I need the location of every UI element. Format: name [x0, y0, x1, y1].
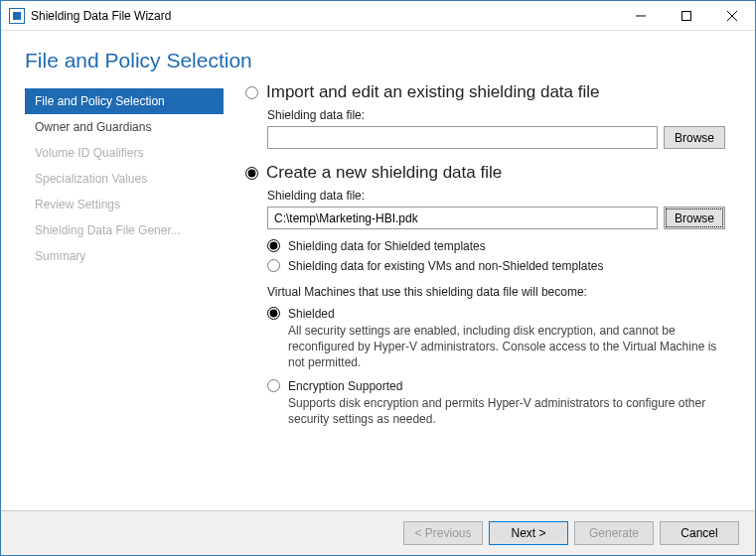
import-field-label: Shielding data file: — [267, 108, 725, 122]
template-existing-label: Shielding data for existing VMs and non-… — [288, 259, 725, 273]
sidebar-item-generation: Shielding Data File Gener... — [25, 217, 224, 243]
create-radio[interactable] — [245, 167, 258, 180]
import-radio[interactable] — [245, 86, 258, 99]
maximize-icon — [681, 11, 691, 21]
create-file-input[interactable] — [267, 207, 658, 229]
sidebar-item-label: Volume ID Qualifiers — [35, 146, 143, 160]
close-button[interactable] — [709, 1, 755, 31]
sidebar-item-volume-id: Volume ID Qualifiers — [25, 140, 224, 166]
maximize-button[interactable] — [664, 1, 709, 31]
sidebar-item-owner-guardians[interactable]: Owner and Guardians — [25, 114, 224, 140]
body: File and Policy Selection Owner and Guar… — [1, 82, 755, 510]
sidebar-item-label: Summary — [35, 249, 85, 263]
import-browse-button[interactable]: Browse — [664, 126, 725, 149]
sidebar-item-label: Review Settings — [35, 198, 120, 211]
cancel-button[interactable]: Cancel — [660, 521, 739, 545]
sidebar-item-label: File and Policy Selection — [35, 94, 165, 108]
vm-encryption-label: Encryption Supported — [288, 379, 725, 393]
import-section: Import and edit an existing shielding da… — [245, 82, 725, 149]
template-existing-radio[interactable] — [267, 259, 280, 272]
vm-shielded-radio[interactable] — [267, 307, 280, 320]
sidebar-item-label: Shielding Data File Gener... — [35, 223, 181, 237]
generate-button[interactable]: Generate — [574, 521, 654, 545]
vm-encryption-desc: Supports disk encryption and permits Hyp… — [288, 395, 725, 427]
wizard-footer: < Previous Next > Generate Cancel — [1, 510, 755, 555]
sidebar-item-label: Specialization Values — [35, 172, 147, 186]
create-browse-button[interactable]: Browse — [664, 207, 725, 229]
sidebar-item-review: Review Settings — [25, 192, 224, 217]
create-title: Create a new shielding data file — [266, 163, 502, 183]
close-icon — [727, 11, 737, 21]
vm-intro-text: Virtual Machines that use this shielding… — [267, 285, 725, 299]
sidebar-item-file-policy[interactable]: File and Policy Selection — [25, 88, 224, 114]
vm-encryption-radio[interactable] — [267, 379, 280, 392]
next-button[interactable]: Next > — [489, 521, 568, 545]
template-shielded-radio[interactable] — [267, 239, 280, 252]
sidebar-item-summary: Summary — [25, 243, 224, 269]
previous-button[interactable]: < Previous — [403, 521, 483, 545]
page-header: File and Policy Selection — [1, 31, 755, 82]
create-section: Create a new shielding data file Shieldi… — [245, 163, 725, 427]
vm-shielded-desc: All security settings are enabled, inclu… — [288, 323, 725, 371]
window-title: Shielding Data File Wizard — [31, 9, 618, 23]
import-file-input[interactable] — [267, 126, 658, 149]
svg-rect-1 — [682, 11, 691, 20]
sidebar-item-specialization: Specialization Values — [25, 166, 224, 192]
titlebar: Shielding Data File Wizard — [1, 1, 755, 31]
template-shielded-label: Shielding data for Shielded templates — [288, 239, 725, 253]
minimize-icon — [636, 11, 646, 21]
sidebar-item-label: Owner and Guardians — [35, 120, 151, 134]
wizard-sidebar: File and Policy Selection Owner and Guar… — [25, 82, 224, 510]
minimize-button[interactable] — [618, 1, 664, 31]
window-controls — [618, 1, 755, 31]
create-field-label: Shielding data file: — [267, 189, 725, 203]
import-title: Import and edit an existing shielding da… — [266, 82, 599, 102]
vm-shielded-label: Shielded — [288, 307, 725, 321]
page-title: File and Policy Selection — [25, 49, 731, 72]
app-icon — [9, 8, 25, 24]
content-panel: Import and edit an existing shielding da… — [224, 82, 755, 510]
